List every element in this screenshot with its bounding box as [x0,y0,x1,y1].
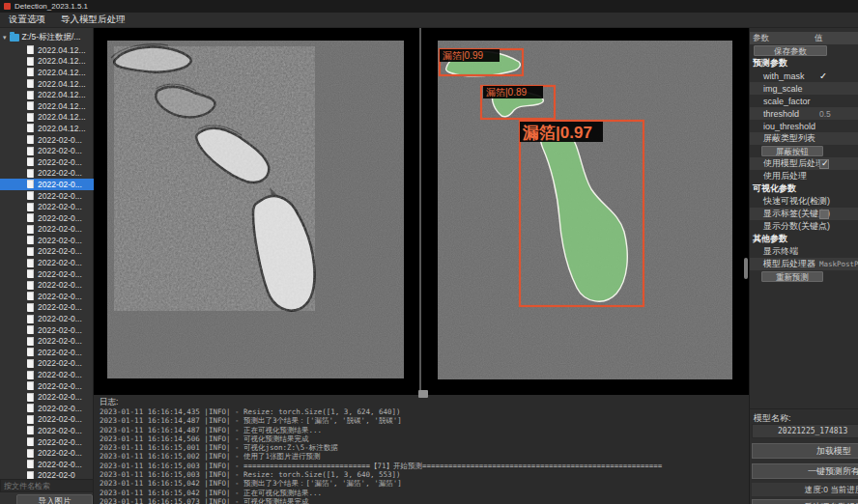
param-action-button[interactable]: 屏蔽按钮 [761,146,823,156]
predict-all-button[interactable]: 一键预测所有 [752,463,858,479]
file-icon [27,180,34,188]
tree-root-folder[interactable]: ▾ Z:/5-标注数据/... [0,32,94,43]
tree-file-item[interactable]: 2022-02-0... [0,380,94,392]
file-icon [27,325,34,334]
tree-file-item[interactable]: 2022-02-0... [0,347,94,358]
tree-file-item[interactable]: 2022-02-0... [0,190,94,202]
tree-file-item[interactable]: 2022.04.12... [0,67,94,78]
file-icon [27,236,34,244]
tree-file-item[interactable]: 2022-02-0... [0,403,94,414]
tree-file-item[interactable]: 2022.04.12... [0,100,94,112]
tree-file-item[interactable]: 2022-02-0... [0,302,94,314]
tree-file-item[interactable]: 2022-02-0... [0,246,94,258]
file-name: 2022-02-0... [38,202,82,211]
file-name: 2022.04.12... [38,68,86,77]
param-checkbox[interactable] [819,210,829,219]
file-icon [27,68,34,76]
param-label: scale_factor [750,97,811,106]
tree-file-item[interactable]: 2022.04.12... [0,112,94,124]
tree-file-item[interactable]: 2022-02-0... [0,324,94,336]
param-row: threshold0.5 [750,107,858,120]
model-name-field[interactable]: 20221225_174813 [752,424,858,438]
postprocess-params-button[interactable]: 后处理参数设置 [752,499,858,504]
filename-search-input[interactable] [0,479,94,492]
file-icon [27,157,34,166]
log-line: 2023-01-11 16:16:14,506 |INFO| - 可视化预测结果… [100,434,749,443]
tree-file-item[interactable]: 2022-02-0... [0,257,94,268]
import-image-button[interactable]: 导入图片 [16,494,93,504]
file-icon [27,359,34,368]
folder-icon [10,34,19,42]
file-name: 2022.04.12... [38,101,86,111]
vertical-splitter-handle[interactable] [744,258,748,279]
param-section-header: 预测参数 [750,57,858,70]
menu-settings[interactable]: 设置选项 [9,14,45,26]
tree-file-item[interactable]: 2022-02-0... [0,414,94,426]
tree-file-item[interactable]: 2022-02-0 [0,470,94,479]
log-line: 2023-01-11 16:16:14,487 |INFO| - 正在可视化预测… [100,426,749,434]
file-icon [27,57,34,66]
param-checkbox[interactable] [819,159,829,169]
tree-file-item[interactable]: 2022.04.12... [0,78,94,90]
tree-file-item[interactable]: 2022-02-0... [0,279,94,291]
file-icon [27,281,34,290]
file-icon [27,303,34,312]
log-line: 2023-01-11 16:16:15,002 |INFO| - 使用了1张图片… [100,452,749,461]
file-icon [27,460,34,468]
panel-divider[interactable] [419,28,421,395]
chevron-down-icon[interactable]: ▾ [3,34,7,42]
tree-file-item[interactable]: 2022-02-0... [0,235,94,246]
param-action-button[interactable]: 重新预测 [761,271,823,282]
load-model-button[interactable]: 加载模型 [752,443,858,459]
tree-file-item[interactable]: 2022-02-0... [0,358,94,370]
tree-file-item[interactable]: 2022-02-0... [0,224,94,236]
menu-bar: 设置选项 导入模型后处理 [0,13,858,28]
tree-file-item[interactable]: 2022-02-0... [0,156,94,168]
tree-file-item[interactable]: 2022-02-0... [0,335,94,347]
file-name: 2022-02-0... [38,437,82,447]
tree-file-item[interactable]: 2022-02-0... [0,134,94,146]
tree-file-item[interactable]: 2022-02-0... [0,436,94,448]
tree-file-item[interactable]: 2022-02-0... [0,145,94,156]
file-icon [27,147,34,155]
file-icon [27,203,34,211]
param-value: 0.5 [819,109,831,119]
tree-file-item[interactable]: 2022-02-0... [0,313,94,324]
prediction-image[interactable]: 漏箔|0.99 漏箔|0.89 漏箔|0.97 [438,41,732,379]
original-image[interactable] [107,41,404,378]
tree-file-item[interactable]: 2022.04.12... [0,56,94,68]
menu-import-model-postprocess[interactable]: 导入模型后处理 [61,14,126,26]
horizontal-splitter-handle[interactable] [418,390,428,398]
param-label: 显示标签(关键点) [750,208,830,220]
tree-file-item[interactable]: 2022.04.12... [0,89,94,100]
log-line: 2023-01-11 16:16:15,003 |INFO| - =======… [100,462,749,470]
log-panel[interactable]: 日志: 2023-01-11 16:16:14,435 |INFO| - Res… [94,395,749,504]
file-icon [27,124,34,132]
file-name: 2022-02-0... [38,146,82,155]
tree-file-item[interactable]: 2022-02-0... [0,201,94,212]
tree-file-item[interactable]: 2022.04.12... [0,44,94,56]
save-params-button[interactable]: 保存参数 [754,45,827,56]
param-section-header: 其他参数 [750,233,858,245]
tree-file-item[interactable]: 2022-02-0... [0,391,94,403]
tree-file-item[interactable]: 2022-02-0... [0,425,94,436]
file-name: 2022-02-0... [38,224,82,234]
tree-file-item[interactable]: 2022-02-0... [0,291,94,302]
tree-file-item[interactable]: 2022-02-0... [0,268,94,280]
tree-file-item[interactable]: 2022-02-0... [0,459,94,470]
file-name: 2022.04.12... [38,90,86,99]
file-name: 2022-02-0... [38,358,82,368]
model-panel: 模型名称: 20221225_174813 加载模型 一键预测所有 速度:0 当… [749,408,858,504]
tree-file-item[interactable]: 2022.04.12... [0,123,94,134]
param-row: 屏蔽类型列表 [750,132,858,145]
tree-file-item[interactable]: 2022-02-0... [0,168,94,180]
param-row: 显示终端 [750,245,858,258]
file-icon [27,371,34,379]
tree-file-item[interactable]: 2022-02-0... [0,179,94,190]
tree-file-item[interactable]: 2022-02-0... [0,212,94,224]
tree-file-item[interactable]: 2022-02-0... [0,369,94,380]
tree-file-item[interactable]: 2022-02-0... [0,447,94,459]
file-icon [27,393,34,402]
param-table-header: 参数 值 [750,32,858,44]
file-icon [27,247,34,256]
